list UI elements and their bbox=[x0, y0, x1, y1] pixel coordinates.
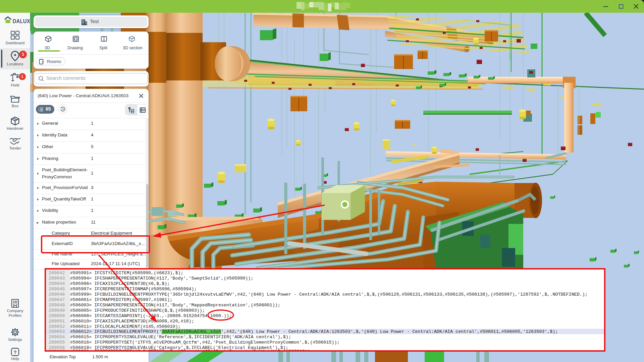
svg-text:DALUX: DALUX bbox=[13, 18, 31, 24]
svg-text:?: ? bbox=[13, 349, 16, 355]
